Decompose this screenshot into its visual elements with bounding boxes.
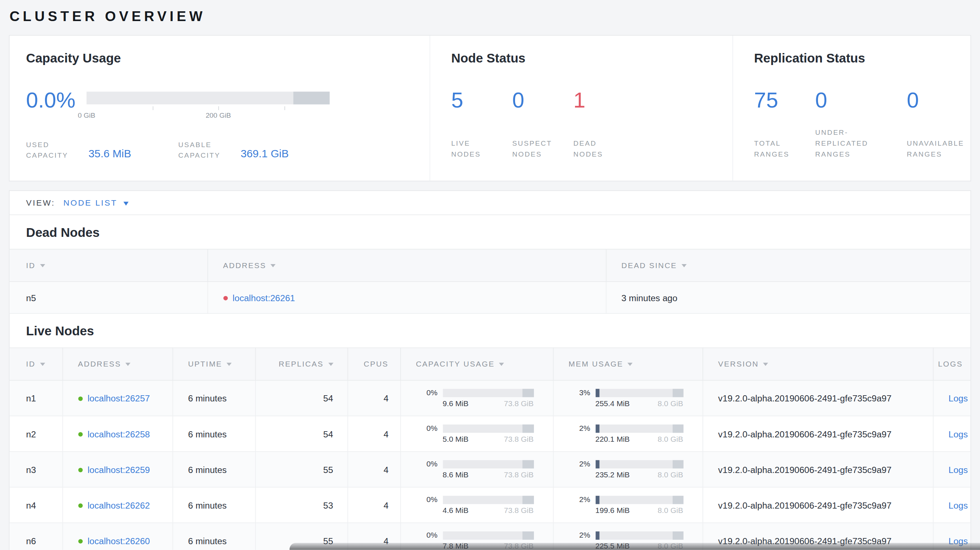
- dead-nodes-header-row: ID ADDRESS DEAD SINCE: [10, 249, 970, 281]
- node-address-link[interactable]: localhost:26258: [88, 429, 150, 439]
- cluster-overview-page: CLUSTER OVERVIEW Capacity Usage 0.0% 0 G…: [0, 0, 980, 550]
- mem-usage-bar: [595, 460, 683, 468]
- capacity-used-percent: 0.0%: [26, 86, 86, 126]
- capacity-total-value: 73.8 GiB: [504, 506, 534, 515]
- node-uptime: 6 minutes: [173, 451, 255, 487]
- node-logs-cell: Logs: [933, 451, 970, 487]
- total-ranges-stat: 75 TOTAL RANGES: [754, 86, 815, 159]
- node-logs-link[interactable]: Logs: [948, 393, 968, 403]
- node-logs-link[interactable]: Logs: [948, 500, 968, 510]
- sort-desc-icon: [40, 264, 45, 270]
- column-label: LOGS: [938, 360, 963, 369]
- live-nodes-header-row: ID ADDRESS UPTIME REPLICAS CPUS CAPACITY…: [10, 348, 970, 380]
- node-logs-link[interactable]: Logs: [948, 464, 968, 474]
- live-nodes-table: ID ADDRESS UPTIME REPLICAS CPUS CAPACITY…: [10, 348, 970, 550]
- live-node-row: n1 localhost:26257 6 minutes 54 4 0% 9.6…: [10, 380, 970, 416]
- live-nodes-label: LIVE NODES: [451, 138, 492, 160]
- live-nodes-count: 5: [451, 86, 512, 113]
- dead-nodes-count: 1: [574, 86, 635, 113]
- dead-col-header-address[interactable]: ADDRESS: [207, 249, 606, 281]
- capacity-reserved-segment: [523, 496, 534, 504]
- dead-nodes-title: Dead Nodes: [26, 224, 970, 240]
- capacity-usage-bar: [442, 389, 534, 397]
- column-label: ADDRESS: [78, 360, 121, 369]
- suspect-nodes-count: 0: [512, 86, 573, 113]
- column-label: ID: [26, 261, 36, 270]
- live-nodes-table-body: n1 localhost:26257 6 minutes 54 4 0% 9.6…: [10, 380, 970, 550]
- capacity-usage-bar: [442, 424, 534, 433]
- dead-since-value: 3 minutes ago: [606, 281, 970, 313]
- node-mem-usage-cell: 2% 220.1 MiB 8.0 GiB: [553, 416, 703, 451]
- node-uptime: 6 minutes: [173, 487, 255, 523]
- column-label: ADDRESS: [223, 261, 266, 270]
- sort-desc-icon: [328, 363, 333, 369]
- node-uptime: 6 minutes: [173, 523, 255, 550]
- node-address-link[interactable]: localhost:26257: [88, 393, 150, 403]
- live-status-icon: [78, 468, 83, 472]
- mem-percent: 2%: [568, 495, 590, 504]
- chevron-down-icon: [124, 201, 129, 208]
- capacity-reserved-segment: [523, 531, 534, 539]
- node-capacity-usage-cell: 0% 5.0 MiB 73.8 GiB: [400, 416, 553, 451]
- col-header-uptime[interactable]: UPTIME: [173, 348, 255, 380]
- unavailable-count: 0: [907, 86, 968, 113]
- sort-desc-icon: [628, 363, 633, 369]
- mem-percent: 2%: [568, 459, 590, 469]
- mem-reserved-segment: [673, 389, 683, 397]
- mem-total-value: 8.0 GiB: [658, 471, 683, 480]
- node-uptime: 6 minutes: [173, 380, 255, 416]
- capacity-usage-section: Capacity Usage 0.0% 0 GiB 200 GiB: [10, 36, 430, 181]
- sort-desc-icon: [126, 363, 131, 369]
- col-header-version[interactable]: VERSION: [703, 348, 933, 380]
- capacity-total-value: 73.8 GiB: [504, 471, 534, 480]
- sort-desc-icon: [227, 363, 232, 369]
- mem-used-value: 199.6 MiB: [595, 506, 630, 515]
- view-dropdown[interactable]: NODE LIST: [64, 198, 129, 208]
- bottom-edge-shadow: [290, 543, 980, 550]
- col-header-replicas[interactable]: REPLICAS: [255, 348, 348, 380]
- mem-used-value: 220.1 MiB: [595, 435, 630, 444]
- capacity-usage-bar: [442, 531, 534, 539]
- axis-tick-label: 0 GiB: [78, 111, 95, 119]
- node-address-link[interactable]: localhost:26262: [88, 500, 150, 510]
- node-capacity-usage-cell: 0% 4.6 MiB 73.8 GiB: [400, 487, 553, 523]
- col-header-logs: LOGS: [933, 348, 970, 380]
- node-replicas: 54: [255, 380, 348, 416]
- nodes-card: VIEW: NODE LIST Dead Nodes ID ADDRESS DE…: [9, 190, 971, 550]
- node-address-cell: localhost:26262: [62, 487, 173, 523]
- col-header-id[interactable]: ID: [10, 348, 62, 380]
- node-capacity-usage-cell: 0% 8.6 MiB 73.8 GiB: [400, 451, 553, 487]
- node-address-link[interactable]: localhost:26259: [88, 464, 150, 474]
- node-capacity-usage-cell: 0% 9.6 MiB 73.8 GiB: [400, 380, 553, 416]
- sort-desc-icon: [763, 363, 768, 369]
- col-header-capacity-usage[interactable]: CAPACITY USAGE: [400, 348, 553, 380]
- mem-reserved-segment: [673, 424, 683, 433]
- view-selector-bar: VIEW: NODE LIST: [10, 191, 970, 215]
- node-status-section: Node Status 5 LIVE NODES 0 SUSPECT NODES…: [430, 36, 733, 181]
- col-header-mem-usage[interactable]: MEM USAGE: [553, 348, 703, 380]
- node-address-link[interactable]: localhost:26261: [232, 292, 295, 303]
- total-ranges-label: TOTAL RANGES: [754, 138, 795, 160]
- mem-reserved-segment: [673, 531, 683, 539]
- mem-usage-bar: [595, 424, 683, 433]
- axis-tick: [153, 107, 153, 110]
- dead-col-header-id[interactable]: ID: [10, 249, 207, 281]
- dead-nodes-table: ID ADDRESS DEAD SINCE n5 localhost:26261…: [10, 249, 970, 314]
- dead-nodes-label: DEAD NODES: [574, 138, 614, 160]
- col-header-cpus[interactable]: CPUS: [348, 348, 400, 380]
- node-logs-link[interactable]: Logs: [948, 429, 968, 439]
- unavailable-label: UNAVAILABLE RANGES: [907, 138, 973, 160]
- usable-capacity-stat: USABLE CAPACITY 369.1 GiB: [178, 140, 289, 161]
- mem-usage-bar: [595, 531, 683, 539]
- node-mem-usage-cell: 3% 255.4 MiB 8.0 GiB: [553, 380, 703, 416]
- node-cpus: 4: [348, 487, 400, 523]
- node-version: v19.2.0-alpha.20190606-2491-gfe735c9a97: [703, 451, 933, 487]
- dead-col-header-dead-since[interactable]: DEAD SINCE: [606, 249, 970, 281]
- cluster-summary-card: Capacity Usage 0.0% 0 GiB 200 GiB: [9, 35, 971, 181]
- col-header-address[interactable]: ADDRESS: [62, 348, 173, 380]
- node-mem-usage-cell: 2% 235.2 MiB 8.0 GiB: [553, 451, 703, 487]
- node-address-link[interactable]: localhost:26260: [88, 536, 150, 546]
- node-mem-usage-cell: 2% 199.6 MiB 8.0 GiB: [553, 487, 703, 523]
- used-capacity-stat: USED CAPACITY 35.6 MiB: [26, 140, 131, 161]
- node-replicas: 55: [255, 451, 348, 487]
